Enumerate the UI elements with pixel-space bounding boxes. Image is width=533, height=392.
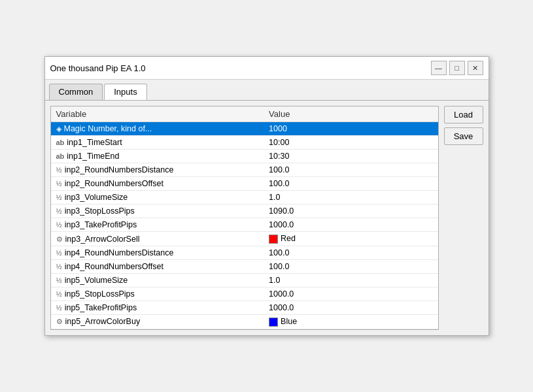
sidebar-buttons: Load Save xyxy=(444,106,483,329)
content-area: Variable Value ◈Magic Number, kind of...… xyxy=(45,101,489,335)
tab-inputs[interactable]: Inputs xyxy=(104,84,146,100)
main-window: One thousand Pip EA 1.0 — □ ✕ Common Inp… xyxy=(44,56,489,335)
value-cell: 100.0 xyxy=(264,246,438,260)
table-row[interactable]: ½inp3_VolumeSize1.0 xyxy=(51,191,438,204)
half-icon: ½ xyxy=(56,290,62,298)
variable-cell: ½inp3_StopLossPips xyxy=(51,204,264,218)
value-cell: 100.0 xyxy=(264,177,438,191)
value-cell: 1000.0 xyxy=(264,218,438,232)
half-icon: ½ xyxy=(56,166,62,174)
half-icon: ½ xyxy=(56,221,62,229)
color-icon: ⚙ xyxy=(56,235,63,244)
table-row[interactable]: ½inp2_RoundNumbersOffset100.0 xyxy=(51,177,438,191)
value-cell: 1000.0 xyxy=(264,287,438,301)
column-header-variable: Variable xyxy=(51,106,264,122)
variable-cell: abinp1_TimeEnd xyxy=(51,150,264,163)
half-icon: ½ xyxy=(56,180,62,188)
close-button[interactable]: ✕ xyxy=(468,61,483,75)
value-cell: Blue xyxy=(264,315,438,329)
variable-cell: ½inp4_RoundNumbersDistance xyxy=(51,246,264,260)
column-header-value: Value xyxy=(264,106,438,122)
value-cell: 1090.0 xyxy=(264,204,438,218)
color-swatch xyxy=(269,235,278,244)
value-cell: 100.0 xyxy=(264,163,438,177)
variable-cell: ½inp2_RoundNumbersOffset xyxy=(51,177,264,191)
table-row[interactable]: abinp1_TimeStart10:00 xyxy=(51,136,438,150)
window-title: One thousand Pip EA 1.0 xyxy=(50,63,146,73)
half-icon: ½ xyxy=(56,193,62,201)
table-row[interactable]: ½inp5_VolumeSize1.0 xyxy=(51,274,438,287)
value-cell: 1000.0 xyxy=(264,301,438,315)
table-row[interactable]: ◈Magic Number, kind of...1000 xyxy=(51,122,438,136)
value-cell: 100.0 xyxy=(264,260,438,274)
value-cell: 1.0 xyxy=(264,274,438,287)
table-row[interactable]: abinp1_TimeEnd10:30 xyxy=(51,150,438,163)
table-row[interactable]: ⚙inp5_ArrowColorBuyBlue xyxy=(51,315,438,329)
half-icon: ½ xyxy=(56,207,62,215)
variable-name: inp2_RoundNumbersOffset xyxy=(65,179,163,188)
table-row[interactable]: ½inp4_RoundNumbersOffset100.0 xyxy=(51,260,438,274)
table-row[interactable]: ½inp4_RoundNumbersDistance100.0 xyxy=(51,246,438,260)
variable-cell: ½inp2_RoundNumbersDistance xyxy=(51,163,264,177)
half-icon: ½ xyxy=(56,276,62,284)
title-bar: One thousand Pip EA 1.0 — □ ✕ xyxy=(45,57,489,80)
load-button[interactable]: Load xyxy=(444,106,483,123)
color-swatch xyxy=(269,318,278,327)
variable-name: Magic Number, kind of... xyxy=(64,124,152,133)
half-icon: ½ xyxy=(56,263,62,270)
variable-name: inp4_RoundNumbersDistance xyxy=(65,248,174,257)
variable-name: inp1_TimeEnd xyxy=(67,152,119,161)
variable-name: inp3_ArrowColorSell xyxy=(65,235,140,244)
value-cell: 1000 xyxy=(264,122,438,136)
title-bar-controls: — □ ✕ xyxy=(431,61,483,75)
variable-cell: ½inp5_TakeProfitPips xyxy=(51,301,264,315)
ab-icon: ab xyxy=(56,152,65,160)
variable-cell: ½inp3_VolumeSize xyxy=(51,191,264,204)
half-icon: ½ xyxy=(56,249,62,257)
variable-cell: abinp1_TimeStart xyxy=(51,136,264,150)
parameters-table: Variable Value ◈Magic Number, kind of...… xyxy=(51,106,438,329)
table-row[interactable]: ½inp5_TakeProfitPips1000.0 xyxy=(51,301,438,315)
save-button[interactable]: Save xyxy=(444,127,483,145)
table-row[interactable]: ½inp3_TakeProfitPips1000.0 xyxy=(51,218,438,232)
maximize-button[interactable]: □ xyxy=(449,61,465,75)
parameters-table-container: Variable Value ◈Magic Number, kind of...… xyxy=(50,106,439,329)
variable-name: inp3_VolumeSize xyxy=(65,193,128,202)
variable-cell: ½inp5_StopLossPips xyxy=(51,287,264,301)
value-cell: 10:30 xyxy=(264,150,438,163)
variable-cell: ½inp3_TakeProfitPips xyxy=(51,218,264,232)
diamond-icon: ◈ xyxy=(56,125,61,133)
variable-name: inp2_RoundNumbersDistance xyxy=(65,165,174,174)
variable-cell: ½inp5_VolumeSize xyxy=(51,274,264,287)
table-row[interactable]: ½inp2_RoundNumbersDistance100.0 xyxy=(51,163,438,177)
value-cell: 1.0 xyxy=(264,191,438,204)
color-icon: ⚙ xyxy=(56,318,63,326)
table-row[interactable]: ⚙inp3_ArrowColorSellRed xyxy=(51,232,438,246)
half-icon: ½ xyxy=(56,304,62,312)
variable-name: inp5_TakeProfitPips xyxy=(65,303,137,312)
table-row[interactable]: ½inp5_StopLossPips1000.0 xyxy=(51,287,438,301)
variable-name: inp5_StopLossPips xyxy=(65,289,135,299)
variable-cell: ◈Magic Number, kind of... xyxy=(51,122,264,136)
value-cell: 10:00 xyxy=(264,136,438,150)
ab-icon: ab xyxy=(56,139,65,146)
table-row[interactable]: ½inp3_StopLossPips1090.0 xyxy=(51,204,438,218)
tabs-bar: Common Inputs xyxy=(45,80,489,101)
variable-name: inp5_VolumeSize xyxy=(65,276,128,285)
variable-name: inp5_ArrowColorBuy xyxy=(65,317,141,326)
value-cell: Red xyxy=(264,232,438,246)
variable-name: inp3_TakeProfitPips xyxy=(65,220,137,229)
variable-name: inp4_RoundNumbersOffset xyxy=(65,262,163,271)
tab-common[interactable]: Common xyxy=(49,84,103,100)
variable-name: inp3_StopLossPips xyxy=(65,206,135,216)
minimize-button[interactable]: — xyxy=(431,61,447,75)
variable-cell: ⚙inp3_ArrowColorSell xyxy=(51,232,264,246)
variable-cell: ½inp4_RoundNumbersOffset xyxy=(51,260,264,274)
variable-cell: ⚙inp5_ArrowColorBuy xyxy=(51,315,264,329)
variable-name: inp1_TimeStart xyxy=(67,138,122,147)
